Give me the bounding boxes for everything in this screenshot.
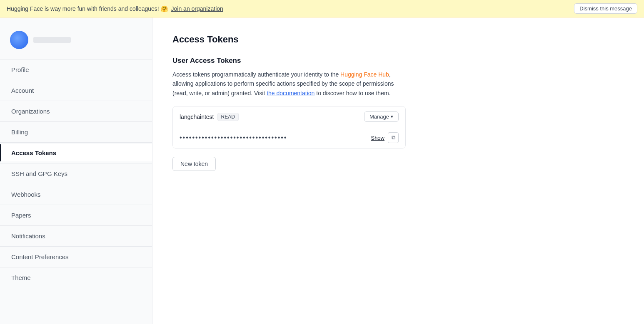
username-placeholder	[33, 37, 71, 43]
token-actions: Show ⧉	[371, 132, 399, 143]
description: Access tokens programmatically authentic…	[172, 70, 406, 98]
token-name: langchaintest	[180, 114, 214, 120]
hub-link[interactable]: Hugging Face Hub	[340, 71, 389, 78]
token-header: langchaintest READ Manage ▾	[173, 106, 405, 127]
sidebar-divider-11	[0, 267, 152, 267]
page-title: Access Tokens	[172, 34, 624, 45]
main-content: Access Tokens User Access Tokens Access …	[152, 17, 644, 324]
sidebar-divider-9	[0, 225, 152, 226]
sidebar-item-account[interactable]: Account	[0, 82, 152, 99]
banner-message: Hugging Face is way more fun with friend…	[7, 5, 168, 12]
sidebar-divider-6	[0, 163, 152, 163]
sidebar-item-organizations[interactable]: Organizations	[0, 103, 152, 120]
main-layout: Profile Account Organizations Billing Ac…	[0, 17, 644, 324]
token-dots: ••••••••••••••••••••••••••••••••••	[180, 134, 287, 141]
banner-text: Hugging Face is way more fun with friend…	[7, 5, 223, 12]
sidebar-divider-7	[0, 184, 152, 184]
sidebar-item-profile[interactable]: Profile	[0, 61, 152, 78]
sidebar-item-webhooks[interactable]: Webhooks	[0, 186, 152, 203]
avatar-image	[10, 31, 28, 49]
sidebar-user	[0, 26, 152, 57]
token-name-row: langchaintest READ	[180, 113, 239, 121]
sidebar: Profile Account Organizations Billing Ac…	[0, 17, 152, 324]
copy-icon: ⧉	[392, 134, 395, 141]
sidebar-divider-4	[0, 121, 152, 122]
sidebar-divider-8	[0, 205, 152, 205]
sidebar-divider-3	[0, 101, 152, 101]
token-card: langchaintest READ Manage ▾ ••••••••••••…	[172, 106, 406, 148]
avatar	[10, 31, 28, 49]
new-token-button[interactable]: New token	[172, 157, 216, 171]
token-badge: READ	[217, 113, 239, 121]
sidebar-item-theme[interactable]: Theme	[0, 269, 152, 286]
sidebar-divider	[0, 59, 152, 59]
notification-banner: Hugging Face is way more fun with friend…	[0, 0, 644, 17]
show-token-link[interactable]: Show	[371, 135, 384, 141]
sidebar-item-content-preferences[interactable]: Content Preferences	[0, 248, 152, 265]
dismiss-button[interactable]: Dismiss this message	[574, 3, 637, 14]
desc-part3: to discover how to use them.	[315, 90, 390, 96]
copy-token-button[interactable]: ⧉	[388, 132, 399, 143]
sidebar-item-ssh-gpg[interactable]: SSH and GPG Keys	[0, 165, 152, 182]
sidebar-item-access-tokens[interactable]: Access Tokens	[0, 144, 152, 161]
sidebar-item-papers[interactable]: Papers	[0, 207, 152, 224]
manage-label: Manage	[369, 114, 389, 120]
sidebar-item-billing[interactable]: Billing	[0, 124, 152, 141]
join-org-link[interactable]: Join an organization	[171, 5, 223, 12]
chevron-down-icon: ▾	[391, 114, 393, 119]
sidebar-item-notifications[interactable]: Notifications	[0, 228, 152, 245]
desc-part1: Access tokens programmatically authentic…	[172, 71, 340, 78]
token-value-row: •••••••••••••••••••••••••••••••••• Show …	[173, 127, 405, 148]
sidebar-divider-5	[0, 142, 152, 143]
sidebar-divider-10	[0, 246, 152, 247]
docs-link[interactable]: the documentation	[267, 90, 315, 96]
sidebar-divider-2	[0, 80, 152, 80]
manage-button[interactable]: Manage ▾	[364, 111, 399, 122]
section-title: User Access Tokens	[172, 57, 624, 65]
